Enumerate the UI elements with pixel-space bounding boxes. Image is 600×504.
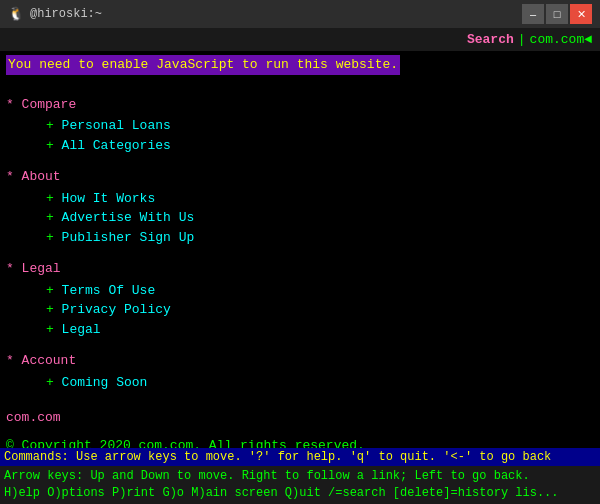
topbar: Search | com.com◄ <box>0 28 600 51</box>
statusbar-commands: Commands: Use arrow keys to move. '?' fo… <box>0 448 600 466</box>
terminal-content: You need to enable JavaScript to run thi… <box>0 51 600 448</box>
minimize-button[interactable]: – <box>522 4 544 24</box>
account-header: * Account <box>6 351 594 371</box>
titlebar: 🐧 @hiroski:~ – □ ✕ <box>0 0 600 28</box>
copyright-text: © Copyright 2020 com.com. All rights res… <box>6 436 594 449</box>
titlebar-title: @hiroski:~ <box>30 7 102 21</box>
statusbar-line1: Arrow keys: Up and Down to move. Right t… <box>4 468 596 485</box>
about-header: * About <box>6 167 594 187</box>
list-item[interactable]: + Privacy Policy <box>46 300 594 320</box>
list-item[interactable]: + Publisher Sign Up <box>46 228 594 248</box>
legal-header: * Legal <box>6 259 594 279</box>
titlebar-controls: – □ ✕ <box>522 4 592 24</box>
notice-bar: You need to enable JavaScript to run thi… <box>6 55 594 83</box>
url-display: com.com◄ <box>530 32 592 47</box>
titlebar-left: 🐧 @hiroski:~ <box>8 6 102 22</box>
close-button[interactable]: ✕ <box>570 4 592 24</box>
search-label[interactable]: Search <box>467 32 514 47</box>
list-item[interactable]: + Advertise With Us <box>46 208 594 228</box>
compare-header: * Compare <box>6 95 594 115</box>
list-item[interactable]: + Terms Of Use <box>46 281 594 301</box>
list-item[interactable]: + Coming Soon <box>46 373 594 393</box>
list-item[interactable]: + Legal <box>46 320 594 340</box>
list-item[interactable]: + All Categories <box>46 136 594 156</box>
site-link[interactable]: com.com <box>6 408 594 428</box>
js-notice: You need to enable JavaScript to run thi… <box>6 55 400 75</box>
maximize-button[interactable]: □ <box>546 4 568 24</box>
list-item[interactable]: + How It Works <box>46 189 594 209</box>
separator: | <box>518 32 526 47</box>
statusbar-help: Arrow keys: Up and Down to move. Right t… <box>0 466 600 504</box>
app-icon: 🐧 <box>8 6 24 22</box>
list-item[interactable]: + Personal Loans <box>46 116 594 136</box>
statusbar-line2: H)elp O)ptions P)rint G)o M)ain screen Q… <box>4 485 596 502</box>
